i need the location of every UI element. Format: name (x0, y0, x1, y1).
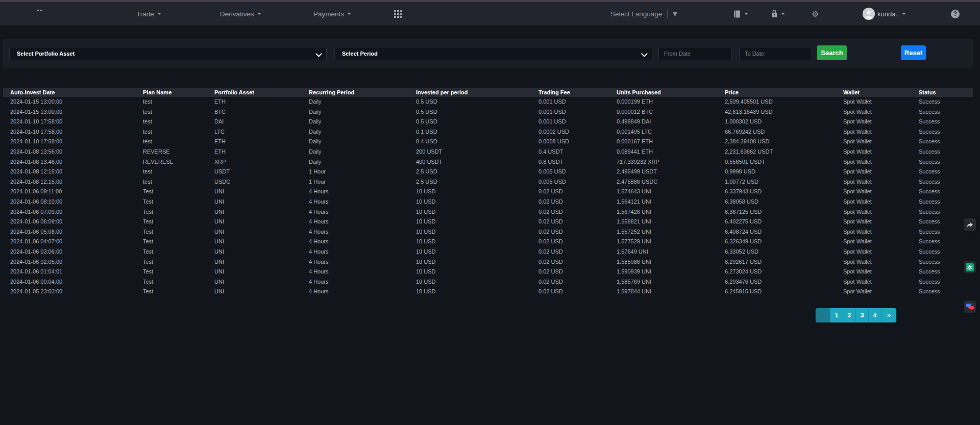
nav-menu-payments[interactable]: Payments (313, 2, 351, 26)
table-cell: Daily (309, 127, 416, 137)
table-cell: ETH (214, 97, 309, 107)
table-cell: 0.000199 ETH (617, 97, 725, 107)
table-cell: 2.5 USD (416, 167, 538, 177)
table-cell: 2024-01-10 17:58:00 (3, 137, 143, 147)
reset-button[interactable]: Reset (901, 45, 926, 60)
orders-menu-button[interactable] (733, 2, 748, 26)
chevron-down-icon (257, 13, 261, 15)
table-cell: 6.367125 USD (725, 207, 843, 217)
security-menu-button[interactable] (770, 2, 785, 26)
pagination-page-2[interactable]: 2 (843, 308, 856, 322)
table-cell: 10 USD (416, 227, 538, 237)
user-account-menu[interactable]: kunda.. (863, 2, 906, 26)
table-cell: LTC (214, 127, 309, 137)
openai-logo-icon (966, 263, 974, 271)
table-cell: 1.564121 UNI (617, 197, 725, 207)
table-row: 2024-01-06 00:04:00TestUNI4 Hours10 USD0… (3, 277, 973, 287)
column-header-trading-fee: Trading Fee (538, 88, 617, 97)
table-row: 2024-01-06 02:05:00TestUNI4 Hours10 USD0… (3, 257, 973, 267)
assistant-extension-button[interactable] (964, 261, 976, 273)
table-cell: ETH (214, 147, 309, 157)
table-cell: 4 Hours (309, 227, 416, 237)
nav-menu-derivatives-label: Derivatives (220, 10, 254, 18)
table-cell: 6.38058 USD (725, 197, 843, 207)
table-cell: test (143, 97, 214, 107)
help-icon: ? (951, 10, 960, 18)
table-cell: 0.9998 USD (725, 167, 843, 177)
pagination: « 1234» (816, 308, 896, 322)
table-cell: Success (919, 107, 973, 117)
period-select[interactable]: Select Period (334, 47, 652, 60)
table-row: 2024-01-15 13:00:00testBTCDaily0.5 USD0.… (3, 107, 973, 117)
table-cell: 2024-01-06 00:04:00 (3, 277, 143, 287)
apps-grid-icon[interactable] (394, 10, 402, 18)
table-cell: test (143, 177, 214, 187)
table-cell: Test (143, 227, 214, 237)
table-cell: 2024-01-15 13:00:00 (3, 97, 143, 107)
table-cell: Test (143, 287, 214, 297)
table-cell: 0.005 USD (538, 167, 617, 177)
table-cell: UNI (214, 287, 309, 297)
table-cell: 2024-01-08 12:15:00 (3, 177, 143, 187)
table-cell: 1 Hour (309, 167, 416, 177)
table-cell: 10 USD (416, 237, 538, 247)
pagination-next[interactable]: » (881, 308, 896, 322)
share-extension-button[interactable] (964, 218, 976, 231)
table-cell: Success (919, 117, 973, 127)
table-cell: Test (143, 197, 214, 207)
table-row: 2024-01-10 17:58:00testDAIDaily0.5 USD0.… (3, 117, 973, 127)
help-button[interactable]: ? (951, 2, 960, 26)
table-cell: 0.02 USD (538, 237, 617, 247)
table-cell: Test (143, 277, 214, 287)
table-cell: 0.001 USD (538, 97, 617, 107)
language-selector[interactable]: Select Language ▼ (610, 2, 677, 26)
table-cell: test (143, 117, 214, 127)
table-row: 2024-01-06 03:06:00TestUNI4 Hours10 USD0… (3, 247, 973, 257)
table-cell: 10 USD (416, 207, 538, 217)
nav-menu-derivatives[interactable]: Derivatives (220, 2, 261, 26)
table-cell: 10 USD (416, 197, 538, 207)
table-cell: 6.337943 USD (725, 187, 843, 197)
table-cell: 0.000167 ETH (617, 137, 725, 147)
language-selector-label: Select Language (610, 10, 662, 18)
table-cell: 0.000012 BTC (617, 107, 725, 117)
table-cell: 0.001 USD (538, 107, 617, 117)
table-cell: Daily (309, 157, 416, 167)
pagination-page-1[interactable]: 1 (830, 308, 843, 322)
table-cell: REVERESE (143, 157, 214, 167)
table-header: Auto-Invest DatePlan NamePortfolio Asset… (3, 88, 973, 97)
to-date-input[interactable] (740, 47, 812, 60)
table-cell: DAI (214, 117, 309, 127)
chevron-down-icon (347, 13, 351, 15)
table-cell: 0.02 USD (538, 247, 617, 257)
table-cell: Success (919, 187, 973, 197)
settings-button[interactable]: ⚙ (812, 2, 819, 26)
portfolio-asset-select[interactable]: Select Portfolio Asset (9, 47, 327, 60)
chevron-down-icon (642, 51, 647, 56)
table-cell: 0.02 USD (538, 267, 617, 277)
table-cell: 2024-01-06 09:11:00 (3, 187, 143, 197)
search-button[interactable]: Search (817, 45, 847, 60)
chat-extension-button[interactable] (964, 301, 976, 313)
table-row: 2024-01-06 04:07:00TestUNI4 Hours10 USD0… (3, 237, 973, 247)
table-row: 2024-01-06 06:09:00TestUNI4 Hours10 USD0… (3, 217, 973, 227)
nav-menu-trade[interactable]: Trade (136, 2, 161, 26)
pagination-page-4[interactable]: 4 (869, 308, 881, 322)
table-cell: 2024-01-06 08:10:00 (3, 197, 143, 207)
table-cell: Daily (309, 97, 416, 107)
table-cell: 1.00772 USD (725, 177, 843, 187)
from-date-input[interactable] (659, 47, 731, 60)
table-cell: 0.02 USD (538, 257, 617, 267)
table-cell: 4 Hours (309, 287, 416, 297)
pagination-prev[interactable]: « (816, 308, 830, 322)
table-cell: UNI (214, 247, 309, 257)
table-cell: 2024-01-06 01:04:01 (3, 267, 143, 277)
table-cell: 2,231.63662 USDT (725, 147, 843, 157)
menu-dots-icon[interactable] (37, 10, 42, 11)
table-cell: 2024-01-15 13:00:00 (3, 107, 143, 117)
language-caret-icon: ▼ (673, 11, 677, 17)
table-cell: 1.585986 UNI (617, 257, 725, 267)
pagination-page-3[interactable]: 3 (856, 308, 869, 322)
table-cell: 6.292617 USD (725, 257, 843, 267)
table-cell: 1 Hour (309, 177, 416, 187)
